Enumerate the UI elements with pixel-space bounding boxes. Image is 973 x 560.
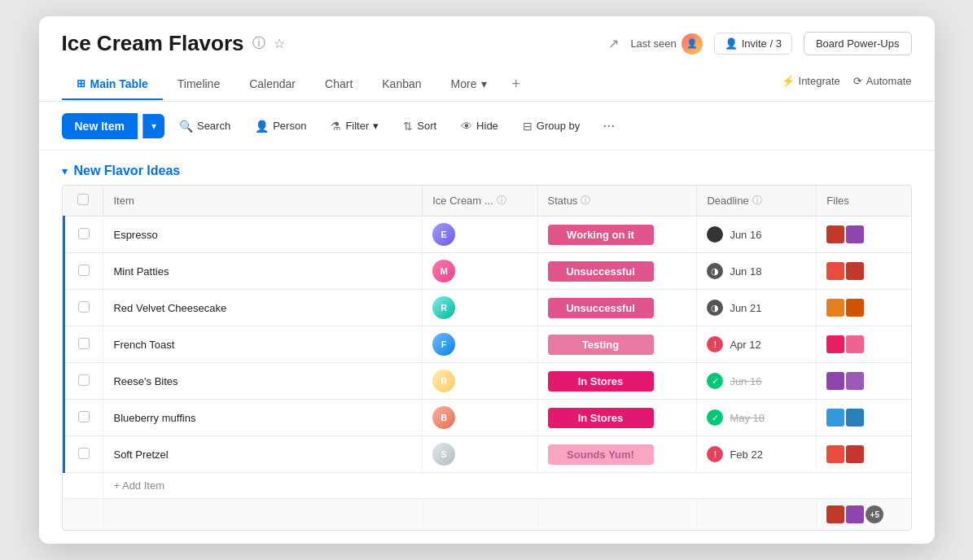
select-all-checkbox[interactable]	[77, 194, 89, 205]
file-thumbnail[interactable]	[846, 409, 864, 427]
row-checkbox[interactable]	[78, 228, 90, 239]
deadline-value: Feb 22	[730, 448, 762, 461]
info-icon[interactable]: ⓘ	[252, 35, 265, 52]
file-thumbnail[interactable]	[826, 262, 844, 280]
row-checkbox[interactable]	[78, 301, 90, 313]
integrate-icon: ⚡	[782, 75, 795, 87]
avatar[interactable]: E	[432, 223, 455, 246]
footer-cb	[64, 499, 103, 531]
th-icecream: Ice Cream ... ⓘ	[423, 186, 537, 217]
col-info-icon: ⓘ	[497, 194, 506, 208]
add-item-button[interactable]: + Add Item	[103, 473, 911, 499]
status-badge[interactable]: In Stores	[548, 408, 654, 428]
status-badge[interactable]: Unsuccessful	[548, 298, 654, 318]
integrate-button[interactable]: ⚡ Integrate	[782, 75, 840, 87]
toolbar: New Item ▾ 🔍 Search 👤 Person ⚗ Filter ▾ …	[39, 102, 935, 151]
th-status: Status ⓘ	[537, 186, 697, 217]
last-seen: Last seen 👤	[630, 33, 702, 55]
row-checkbox-cell	[64, 363, 103, 400]
search-button[interactable]: 🔍 Search	[169, 114, 240, 138]
deadline-status-icon: !	[707, 446, 723, 462]
invite-button[interactable]: 👤 Invite / 3	[714, 33, 792, 55]
hide-button[interactable]: 👁 Hide	[451, 114, 508, 138]
table-wrapper: Item Ice Cream ... ⓘ Status	[62, 185, 912, 531]
star-icon[interactable]: ☆	[274, 36, 285, 51]
item-name: Soft Pretzel	[113, 448, 168, 461]
avatar[interactable]: S	[432, 443, 455, 466]
file-thumbnail[interactable]	[826, 335, 844, 353]
deadline-cell: ! Apr 12	[697, 326, 817, 363]
file-thumbnail[interactable]	[846, 445, 864, 463]
file-thumbnail[interactable]	[846, 299, 864, 317]
tabs-row: ⊞ Main Table Timeline Calendar Chart Kan…	[62, 68, 912, 101]
file-thumbnail	[846, 505, 864, 523]
item-cell: Blueberry muffins ⊕	[103, 400, 423, 436]
tab-calendar[interactable]: Calendar	[234, 69, 310, 100]
file-thumbnail[interactable]	[846, 262, 864, 280]
more-options-button[interactable]: ···	[594, 112, 623, 140]
deadline-cell: ✓ May 18	[697, 400, 817, 436]
last-seen-label: Last seen	[630, 37, 676, 50]
file-thumbnail[interactable]	[846, 225, 864, 243]
footer-avatar	[423, 499, 537, 531]
deadline-cell: ! Feb 22	[697, 436, 817, 473]
new-item-button[interactable]: New Item	[62, 113, 138, 139]
row-checkbox[interactable]	[78, 448, 90, 459]
table-row: Espresso ⊕ EWorking on it ● Jun 16	[64, 217, 911, 253]
app-window: Ice Cream Flavors ⓘ ☆ ↗ Last seen 👤 👤 In…	[39, 16, 935, 544]
avatar[interactable]: B	[432, 406, 455, 429]
file-thumbnail[interactable]	[826, 372, 844, 390]
avatar[interactable]: R	[432, 296, 455, 319]
status-cell: Working on it	[537, 217, 697, 253]
th-checkbox	[64, 186, 103, 217]
automate-icon: ⟳	[853, 75, 862, 87]
row-checkbox-cell	[64, 326, 103, 363]
tab-main-table[interactable]: ⊞ Main Table	[62, 69, 163, 100]
sort-button[interactable]: ⇅ Sort	[393, 114, 446, 138]
file-thumbnail[interactable]	[846, 335, 864, 353]
file-thumbnail[interactable]	[846, 372, 864, 390]
status-cell: Sounds Yum!	[537, 436, 697, 473]
new-item-dropdown-button[interactable]: ▾	[142, 114, 164, 138]
hide-icon: 👁	[461, 120, 472, 133]
tab-more[interactable]: More ▾	[436, 69, 502, 100]
avatar[interactable]: M	[432, 260, 455, 282]
item-name: French Toast	[113, 339, 174, 351]
group-by-button[interactable]: ⊟ Group by	[513, 114, 589, 138]
avatar[interactable]: F	[432, 333, 455, 356]
status-badge[interactable]: Sounds Yum!	[548, 444, 654, 465]
table-row: Blueberry muffins ⊕ BIn Stores ✓ May 18	[64, 400, 911, 436]
footer-status	[537, 499, 697, 531]
group-chevron-icon[interactable]: ▾	[62, 164, 68, 177]
add-tab-button[interactable]: +	[502, 68, 530, 101]
footer-item	[103, 499, 423, 531]
automate-button[interactable]: ⟳ Automate	[853, 75, 912, 87]
tab-timeline[interactable]: Timeline	[163, 69, 234, 100]
status-badge[interactable]: Testing	[548, 335, 654, 355]
file-thumbnail[interactable]	[826, 445, 844, 463]
tab-kanban[interactable]: Kanban	[367, 69, 436, 100]
footer-files: +5	[817, 499, 911, 531]
row-checkbox[interactable]	[78, 411, 90, 422]
file-thumbnail[interactable]	[826, 409, 844, 427]
search-icon: 🔍	[179, 120, 193, 133]
item-name: Espresso	[113, 229, 157, 241]
status-badge[interactable]: Working on it	[548, 225, 654, 245]
file-thumbnail[interactable]	[826, 225, 844, 243]
status-badge[interactable]: In Stores	[548, 371, 654, 392]
tab-chart[interactable]: Chart	[310, 69, 367, 100]
person-button[interactable]: 👤 Person	[245, 114, 316, 138]
row-checkbox-cell	[64, 400, 103, 436]
row-checkbox[interactable]	[78, 338, 90, 349]
deadline-value: Jun 18	[730, 265, 761, 278]
item-name: Mint Patties	[113, 265, 169, 278]
board-powerups-button[interactable]: Board Power-Ups	[804, 32, 912, 55]
filter-button[interactable]: ⚗ Filter ▾	[321, 114, 388, 138]
row-checkbox[interactable]	[78, 374, 90, 386]
deadline-status-icon: ✓	[707, 373, 723, 389]
footer-row: +5	[64, 499, 911, 531]
row-checkbox[interactable]	[78, 265, 90, 276]
avatar[interactable]: R	[432, 370, 455, 392]
status-badge[interactable]: Unsuccessful	[548, 261, 654, 282]
file-thumbnail[interactable]	[826, 299, 844, 317]
